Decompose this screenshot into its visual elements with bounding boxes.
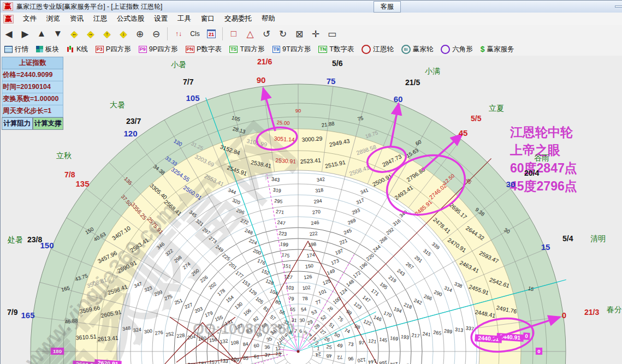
- outer-date: 21/5: [405, 78, 420, 87]
- svg-text:157: 157: [209, 359, 217, 364]
- whiteboard-icon[interactable]: ▭: [324, 27, 340, 41]
- index-name: 上证指数: [2, 57, 63, 69]
- kline-label: K线: [76, 45, 88, 54]
- outer-date: 23/8: [27, 235, 42, 244]
- toolbar-views: 行情板块K线P3P四方形P99P四方形PNP数字表TST四方形T99T四方形TN…: [1, 43, 622, 56]
- svg-text:25.00: 25.00: [276, 120, 289, 127]
- view-button-p-square[interactable]: P3P四方形: [94, 44, 133, 55]
- app-logo-icon: 赢: [3, 2, 13, 11]
- expand-icon[interactable]: ✛: [308, 27, 323, 41]
- menu-item-7[interactable]: 窗口: [196, 13, 220, 25]
- svg-text:223: 223: [279, 230, 287, 237]
- panel-row-1: 时间=20190104: [2, 81, 63, 93]
- partial-right-button[interactable]: [615, 5, 622, 8]
- prev-arrow-icon[interactable]: ◀: [1, 27, 16, 41]
- watermark-qq: QQ:100800360: [193, 321, 294, 337]
- svg-text:126: 126: [304, 274, 312, 281]
- svg-text:48: 48: [326, 353, 332, 359]
- outer-date: 20/4: [524, 169, 539, 177]
- rotate-cw-icon[interactable]: ↻: [275, 27, 291, 41]
- pan-up-icon[interactable]: ◆↑: [99, 27, 115, 41]
- pan-left-icon[interactable]: ◆←: [67, 27, 82, 41]
- annotation-line-3: 45度2796点: [510, 179, 577, 193]
- cls-button[interactable]: Cls: [187, 27, 203, 41]
- view-button-hexagon[interactable]: 六角形: [439, 44, 475, 55]
- view-button-t-table[interactable]: TNT数字表: [317, 44, 356, 55]
- outer-degree-45: 45: [459, 128, 468, 138]
- view-button-gann-wheel[interactable]: 江恩轮: [360, 44, 395, 55]
- svg-text:73: 73: [348, 341, 354, 347]
- menu-item-8[interactable]: 交易委托: [220, 13, 257, 25]
- svg-text:84: 84: [242, 341, 248, 347]
- outer-degree-90: 90: [257, 75, 266, 85]
- panel-button-0[interactable]: 计算阻力: [2, 117, 33, 130]
- outer-degree-75: 75: [327, 76, 336, 86]
- triangle-tool-icon[interactable]: △: [242, 27, 258, 41]
- svg-text:150: 150: [305, 263, 313, 270]
- view-button-t-square[interactable]: TST四方形: [228, 44, 266, 55]
- svg-text:132: 132: [220, 338, 228, 345]
- svg-text:120: 120: [357, 357, 366, 363]
- menu-item-9[interactable]: 帮助: [257, 13, 280, 25]
- gann-wheel-chart[interactable]: 1234567891011121324252627282930313233343…: [1, 56, 622, 364]
- down-arrow-icon[interactable]: ▼: [50, 27, 66, 41]
- solar-term: 立秋: [56, 151, 72, 160]
- view-button-9t-square[interactable]: T99T四方形: [271, 44, 313, 55]
- view-button-winner-service[interactable]: $赢家服务: [479, 44, 516, 55]
- outer-date: 21/3: [584, 308, 599, 317]
- svg-text:85: 85: [242, 355, 248, 361]
- gann-wheel-svg: 1234567891011121324252627282930313233343…: [1, 56, 622, 364]
- zoom-in-icon[interactable]: ⊕: [132, 27, 147, 41]
- boxed-x-icon[interactable]: ⊠: [292, 27, 307, 41]
- menu-item-2[interactable]: 资讯: [65, 13, 88, 25]
- svg-text:342: 342: [316, 176, 325, 183]
- sectors-icon: [36, 46, 43, 52]
- pan-down-icon[interactable]: ◆↓: [116, 27, 131, 41]
- 9t-square-label: 9T四方形: [282, 45, 311, 54]
- calendar-icon[interactable]: 21: [204, 27, 219, 41]
- zoom-out-icon[interactable]: ⊖: [149, 27, 164, 41]
- view-button-winner-wheel[interactable]: Bi赢家轮: [400, 44, 435, 55]
- p-table-icon: PN: [186, 46, 195, 53]
- winner-wheel-label: 赢家轮: [413, 45, 434, 54]
- pan-right-icon[interactable]: ◆→: [83, 27, 98, 41]
- solar-term: 清明: [590, 234, 606, 243]
- view-button-p-table[interactable]: PNP数字表: [184, 44, 223, 55]
- panel-button-1[interactable]: 计算支撑: [33, 117, 64, 130]
- solar-term: 小暑: [171, 60, 186, 69]
- customer-service-button[interactable]: 客服: [374, 1, 401, 13]
- hexagon-label: 六角形: [452, 45, 473, 54]
- view-button-kline[interactable]: K线: [65, 44, 90, 55]
- view-button-9p-square[interactable]: P99P四方形: [137, 44, 180, 55]
- rect-tool-icon[interactable]: □: [226, 27, 241, 41]
- svg-text:265: 265: [433, 330, 442, 336]
- menu-item-6[interactable]: 工具: [173, 13, 196, 25]
- view-button-quotes[interactable]: 行情: [3, 44, 30, 55]
- rotate-ccw-icon[interactable]: ↺: [259, 27, 274, 41]
- svg-text:108: 108: [230, 339, 239, 346]
- menu-item-4[interactable]: 公式选股: [112, 13, 149, 25]
- outer-date: 7/7: [183, 77, 194, 86]
- kline-icon: [67, 46, 74, 53]
- up-arrow-icon[interactable]: ▲: [34, 27, 49, 41]
- t-square-icon: TS: [229, 46, 238, 53]
- updown-marker-icon[interactable]: ↑↓: [171, 27, 186, 41]
- view-button-sectors[interactable]: 板块: [34, 44, 61, 55]
- svg-text:181: 181: [198, 361, 206, 364]
- svg-text:271: 271: [275, 209, 284, 216]
- menu-item-0[interactable]: 文件: [18, 13, 42, 25]
- p-square-icon: P3: [96, 46, 104, 53]
- outer-degree-15: 15: [541, 242, 550, 252]
- menu-item-1[interactable]: 浏览: [42, 13, 65, 25]
- 9t-square-icon: T9: [273, 46, 281, 53]
- menu-item-3[interactable]: 江恩: [88, 13, 112, 25]
- next-arrow-icon[interactable]: ▶: [17, 27, 33, 41]
- panel-row-2: 变换系数=1.00000: [2, 93, 63, 105]
- menu-item-5[interactable]: 设置: [149, 13, 173, 25]
- 9p-square-icon: P9: [139, 46, 147, 53]
- svg-text:0: 0: [537, 348, 540, 354]
- outer-degree-60: 60: [394, 94, 403, 104]
- svg-text:228: 228: [176, 332, 185, 339]
- window-title: 赢家江恩专业版[赢家服务平台] - [上证指数 江恩轮]: [16, 2, 162, 11]
- svg-text:289: 289: [444, 328, 453, 335]
